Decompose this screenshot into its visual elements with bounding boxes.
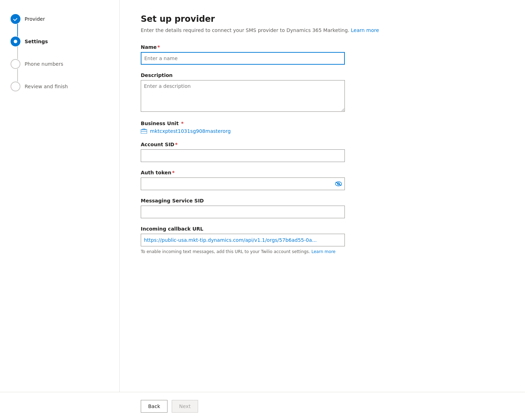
step-circle-settings <box>11 37 20 46</box>
step-circle-provider <box>11 14 20 24</box>
step-circle-review <box>11 82 20 91</box>
messaging-service-sid-field-group: Messaging Service SID <box>141 198 345 218</box>
sidebar-item-label-phone-numbers: Phone numbers <box>25 61 63 67</box>
messaging-service-sid-input[interactable] <box>141 206 345 218</box>
messaging-service-sid-label: Messaging Service SID <box>141 198 345 203</box>
sidebar-item-label-settings: Settings <box>25 39 48 44</box>
business-unit-label: Business Unit * <box>141 121 345 126</box>
auth-token-input[interactable] <box>141 177 345 190</box>
wizard-footer: Back Next <box>0 392 525 420</box>
name-field-group: Name* <box>141 44 345 65</box>
business-unit-value[interactable]: mktcxptest1031sg908masterorg <box>141 128 345 134</box>
step-connector-2 <box>17 46 18 59</box>
description-label: Description <box>141 72 345 78</box>
next-button[interactable]: Next <box>172 400 198 413</box>
business-unit-required-star: * <box>179 121 184 126</box>
business-unit-field-group: Business Unit * mktcxptest1031sg908maste… <box>141 121 345 134</box>
sidebar-item-label-provider: Provider <box>25 16 45 22</box>
description-input[interactable] <box>141 80 345 112</box>
sidebar-item-settings[interactable]: Settings <box>11 37 109 46</box>
main-panel: Set up provider Enter the details requir… <box>120 0 525 420</box>
account-sid-input[interactable] <box>141 149 345 162</box>
account-sid-field-group: Account SID* <box>141 142 345 162</box>
wizard-sidebar: Provider Settings Phone numbers Review a… <box>0 0 120 420</box>
name-required-star: * <box>157 44 160 50</box>
callback-url-hint: To enable incoming text messages, add th… <box>141 248 345 255</box>
step-circle-phone-numbers <box>11 59 20 69</box>
step-connector-3 <box>17 69 18 82</box>
auth-token-input-wrapper <box>141 177 345 190</box>
auth-token-field-group: Auth token* <box>141 170 345 190</box>
page-title: Set up provider <box>141 14 504 24</box>
description-field-group: Description <box>141 72 345 113</box>
toggle-password-icon[interactable] <box>335 181 342 186</box>
back-button[interactable]: Back <box>141 400 167 413</box>
callback-url-field-group: Incoming callback URL To enable incoming… <box>141 226 345 255</box>
account-sid-label: Account SID* <box>141 142 345 147</box>
auth-token-required-star: * <box>172 170 175 175</box>
callback-url-input[interactable] <box>141 234 345 246</box>
name-input[interactable] <box>141 52 345 65</box>
sidebar-item-label-review: Review and finish <box>25 84 68 89</box>
sidebar-item-review[interactable]: Review and finish <box>11 82 109 91</box>
step-connector-1 <box>17 24 18 37</box>
sidebar-item-phone-numbers[interactable]: Phone numbers <box>11 59 109 69</box>
name-label: Name* <box>141 44 345 50</box>
callback-url-label: Incoming callback URL <box>141 226 345 232</box>
auth-token-label: Auth token* <box>141 170 345 175</box>
sidebar-item-provider[interactable]: Provider <box>11 14 109 24</box>
page-subtitle: Enter the details required to connect yo… <box>141 27 504 33</box>
account-sid-required-star: * <box>175 142 177 147</box>
business-unit-icon <box>141 129 147 134</box>
business-unit-text: mktcxptest1031sg908masterorg <box>150 128 231 134</box>
learn-more-link-callback[interactable]: Learn more <box>311 249 335 254</box>
learn-more-link-top[interactable]: Learn more <box>351 27 379 33</box>
